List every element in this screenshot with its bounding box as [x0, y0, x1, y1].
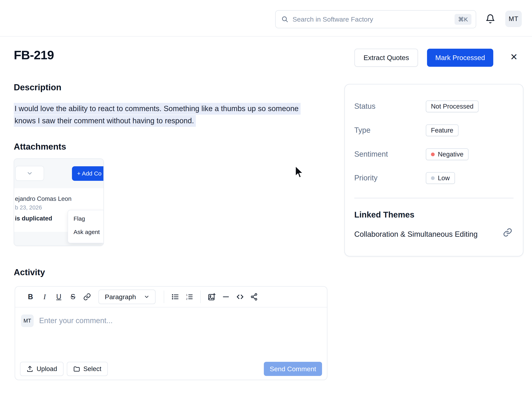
- menu-item-flag: Flag: [68, 215, 103, 222]
- attachment-thumb-comment-text: is duplicated: [15, 215, 52, 222]
- code-icon[interactable]: [234, 290, 246, 304]
- sentiment-chip[interactable]: Negative: [426, 148, 468, 160]
- chevron-down-icon: [26, 170, 33, 177]
- search-input[interactable]: [293, 16, 451, 23]
- extract-quotes-button[interactable]: Extract Quotes: [355, 49, 418, 67]
- activity-heading: Activity: [14, 267, 45, 277]
- linked-theme-item[interactable]: Collaboration & Simultaneous Editing: [354, 230, 478, 238]
- upload-icon: [26, 365, 33, 372]
- details-panel: Status Not Processed Type Feature Sentim…: [345, 84, 523, 256]
- page-title: FB-219: [14, 48, 54, 62]
- send-comment-button[interactable]: Send Comment: [264, 362, 322, 376]
- type-chip[interactable]: Feature: [426, 124, 458, 136]
- description-heading: Description: [14, 83, 61, 92]
- bold-icon[interactable]: B: [24, 290, 37, 304]
- attachment-thumb-add-comment-button: + Add Co: [72, 166, 104, 181]
- feedback-detail-page: ⌘K MT FB-219 Extract Quotes Mark Process…: [0, 0, 532, 394]
- type-label: Type: [354, 126, 370, 135]
- sentiment-label: Sentiment: [354, 150, 388, 158]
- svg-text:1: 1: [186, 294, 187, 296]
- linked-themes-heading: Linked Themes: [354, 210, 415, 219]
- toolbar-separator: [200, 290, 201, 303]
- attachments-heading: Attachments: [14, 142, 66, 151]
- bullet-list-icon[interactable]: [169, 290, 181, 304]
- global-search[interactable]: ⌘K: [275, 10, 476, 28]
- numbered-list-icon[interactable]: 12: [183, 290, 196, 304]
- bell-icon: [485, 14, 495, 24]
- toolbar-separator: [164, 290, 164, 303]
- italic-icon[interactable]: I: [38, 290, 51, 304]
- notifications-button[interactable]: [484, 13, 497, 25]
- underline-icon[interactable]: U: [53, 290, 65, 304]
- upload-button[interactable]: Upload: [20, 362, 64, 376]
- attachment-thumb-dropdown: [15, 166, 44, 181]
- image-add-icon[interactable]: [205, 290, 218, 304]
- link-icon[interactable]: [81, 290, 93, 304]
- theme-link-button[interactable]: [502, 227, 513, 238]
- attachment-thumb-context-menu: Flag Ask agent: [68, 210, 103, 243]
- editor-toolbar: B I U S Paragraph 12: [15, 287, 327, 307]
- menu-item-ask-agent: Ask agent: [68, 229, 103, 235]
- select-file-button[interactable]: Select: [67, 362, 108, 376]
- user-avatar[interactable]: MT: [505, 10, 522, 27]
- comment-input[interactable]: Enter your comment...: [39, 316, 113, 325]
- attachment-thumb-date: b 23, 2026: [15, 204, 42, 211]
- low-dot-icon: [431, 176, 435, 180]
- chevron-down-icon: [144, 294, 150, 300]
- paragraph-style-select[interactable]: Paragraph: [99, 290, 155, 304]
- attachment-thumb-author: ejandro Comas Leon: [15, 195, 72, 202]
- attachment-thumbnail[interactable]: + Add Co ejandro Comas Leon b 23, 2026 i…: [14, 158, 104, 246]
- status-chip[interactable]: Not Processed: [426, 100, 479, 112]
- description-text-line1: I would love the ability to react to com…: [14, 103, 301, 114]
- priority-chip[interactable]: Low: [426, 172, 455, 184]
- priority-label: Priority: [354, 174, 378, 182]
- negative-dot-icon: [431, 153, 435, 156]
- close-icon[interactable]: ✕: [508, 52, 519, 62]
- search-shortcut-badge: ⌘K: [455, 14, 471, 25]
- panel-divider: [354, 198, 514, 198]
- description-text-line2: knows I saw their comment without having…: [14, 115, 196, 126]
- status-label: Status: [354, 102, 376, 110]
- svg-text:2: 2: [186, 297, 187, 300]
- search-icon: [281, 16, 289, 23]
- share-icon[interactable]: [248, 290, 261, 304]
- cursor-pointer-icon: [294, 166, 305, 179]
- strikethrough-icon[interactable]: S: [67, 290, 79, 304]
- comment-editor-card: B I U S Paragraph 12: [15, 286, 327, 380]
- folder-icon: [73, 365, 80, 372]
- top-header: ⌘K MT: [0, 0, 532, 36]
- comment-avatar: MT: [21, 315, 34, 327]
- link-chain-icon: [503, 228, 512, 237]
- mark-processed-button[interactable]: Mark Processed: [427, 49, 493, 67]
- horizontal-rule-icon[interactable]: [220, 290, 232, 304]
